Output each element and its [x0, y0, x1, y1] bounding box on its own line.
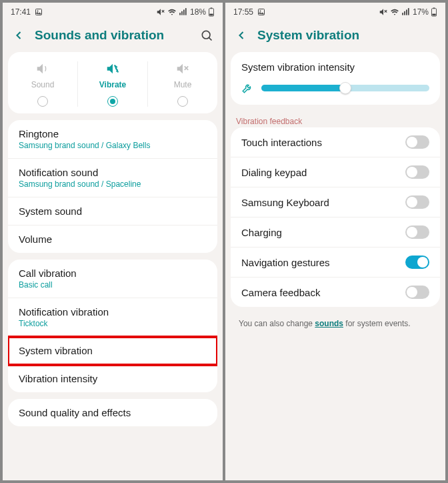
sound-quality-card: Sound quality and effects	[8, 399, 217, 426]
settings-item[interactable]: Call vibrationBasic call	[8, 260, 217, 298]
header: Sounds and vibration	[3, 21, 223, 52]
radio-sound[interactable]	[37, 96, 48, 107]
mode-sound[interactable]: Sound	[8, 61, 78, 107]
battery-icon	[208, 7, 215, 17]
section-label: Vibration feedback	[225, 111, 445, 127]
toggle-item[interactable]: Samsung Keyboard	[231, 187, 440, 217]
svg-rect-5	[181, 11, 183, 15]
page-title: System vibration	[257, 28, 436, 43]
battery-pct: 17%	[413, 7, 429, 17]
toggle-label: Dialing keypad	[241, 167, 307, 178]
picture-icon	[35, 8, 43, 16]
svg-rect-20	[402, 13, 403, 15]
svg-line-12	[209, 37, 211, 40]
item-title: Vibration intensity	[19, 373, 207, 384]
settings-item[interactable]: System vibration	[8, 337, 217, 365]
toggle-label: Charging	[241, 227, 282, 238]
item-title: Ringtone	[19, 128, 207, 139]
feedback-toggles-card: Touch interactionsDialing keypadSamsung …	[231, 127, 440, 307]
status-time: 17:55	[233, 7, 253, 17]
vibrate-icon	[105, 61, 120, 76]
item-subtitle: Samsung brand sound / Spaceline	[19, 179, 207, 189]
settings-item[interactable]: Notification soundSamsung brand sound / …	[8, 159, 217, 197]
svg-rect-10	[209, 14, 213, 16]
sound-settings-card: RingtoneSamsung brand sound / Galaxy Bel…	[8, 120, 217, 253]
svg-rect-21	[404, 11, 405, 15]
svg-rect-26	[432, 14, 435, 16]
mute-status-icon	[156, 7, 165, 17]
svg-rect-22	[406, 10, 407, 15]
slider-thumb[interactable]	[339, 82, 351, 94]
intensity-card: System vibration intensity	[231, 52, 440, 105]
svg-point-1	[37, 11, 39, 12]
item-title: Sound quality and effects	[19, 407, 207, 418]
toggle-switch[interactable]	[405, 256, 429, 269]
item-title: Notification sound	[19, 167, 207, 178]
toggle-item[interactable]: Camera feedback	[231, 278, 440, 307]
wrench-icon	[241, 82, 253, 94]
settings-item[interactable]: Sound quality and effects	[8, 399, 217, 426]
toggle-switch[interactable]	[405, 135, 429, 149]
toggle-switch[interactable]	[405, 286, 429, 299]
item-subtitle: Basic call	[19, 280, 207, 290]
intensity-slider[interactable]	[261, 85, 429, 91]
toggle-switch[interactable]	[405, 195, 429, 209]
search-icon[interactable]	[200, 29, 213, 42]
settings-item[interactable]: Volume	[8, 225, 217, 253]
radio-vibrate[interactable]	[107, 96, 118, 107]
mute-status-icon	[379, 7, 388, 17]
svg-rect-6	[183, 10, 185, 15]
settings-item[interactable]: Notification vibrationTicktock	[8, 298, 217, 337]
vibration-settings-card: Call vibrationBasic callNotification vib…	[8, 260, 217, 392]
toggle-item[interactable]: Touch interactions	[231, 127, 440, 157]
toggle-label: Camera feedback	[241, 287, 320, 298]
svg-point-11	[202, 31, 210, 39]
left-screen: 17:41 18% Sounds and vibration Sound Vib…	[3, 3, 223, 480]
svg-rect-7	[185, 8, 187, 15]
battery-icon	[431, 7, 437, 17]
mode-mute-label: Mute	[174, 80, 192, 89]
item-title: System vibration	[19, 345, 207, 356]
svg-rect-9	[211, 7, 213, 8]
svg-rect-23	[408, 8, 409, 15]
right-screen: 17:55 17% System vibration System vibrat…	[225, 3, 445, 480]
battery-pct: 18%	[190, 7, 206, 17]
status-bar: 17:55 17%	[225, 3, 445, 21]
toggle-label: Navigation gestures	[241, 257, 330, 268]
sounds-link[interactable]: sounds	[315, 319, 343, 328]
item-subtitle: Samsung brand sound / Galaxy Bells	[19, 141, 207, 150]
footer-text: You can also change sounds for system ev…	[225, 314, 445, 334]
item-title: Call vibration	[19, 268, 207, 279]
settings-item[interactable]: Vibration intensity	[8, 365, 217, 392]
mode-selector-card: Sound Vibrate Mute	[8, 52, 217, 113]
item-title: Volume	[19, 233, 207, 245]
page-title: Sounds and vibration	[35, 28, 191, 43]
mode-sound-label: Sound	[31, 80, 55, 89]
intensity-label: System vibration intensity	[231, 52, 440, 75]
svg-rect-4	[179, 13, 181, 15]
wifi-icon	[167, 7, 177, 17]
toggle-item[interactable]: Dialing keypad	[231, 157, 440, 187]
radio-mute[interactable]	[177, 96, 188, 107]
mode-mute[interactable]: Mute	[148, 61, 217, 107]
item-title: System sound	[19, 205, 207, 217]
header: System vibration	[225, 21, 445, 52]
signal-icon	[401, 7, 411, 17]
settings-item[interactable]: System sound	[8, 197, 217, 225]
signal-icon	[179, 7, 188, 17]
toggle-item[interactable]: Charging	[231, 217, 440, 248]
mute-icon	[175, 61, 190, 76]
status-time: 17:41	[11, 7, 31, 17]
svg-rect-25	[433, 7, 435, 8]
back-icon[interactable]	[235, 29, 248, 42]
mode-vibrate[interactable]: Vibrate	[78, 61, 148, 107]
toggle-switch[interactable]	[405, 225, 429, 239]
toggle-item[interactable]: Navigation gestures	[231, 248, 440, 278]
settings-item[interactable]: RingtoneSamsung brand sound / Galaxy Bel…	[8, 120, 217, 159]
toggle-label: Samsung Keyboard	[241, 197, 329, 208]
wifi-icon	[390, 7, 399, 17]
item-title: Notification vibration	[19, 306, 207, 318]
back-icon[interactable]	[12, 29, 25, 42]
toggle-switch[interactable]	[405, 165, 429, 179]
toggle-label: Touch interactions	[241, 137, 322, 148]
